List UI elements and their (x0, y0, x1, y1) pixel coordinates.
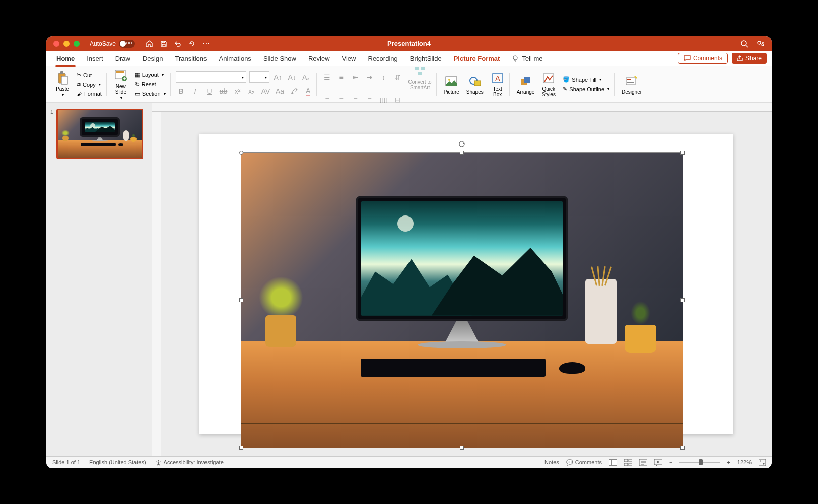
slide-thumbnails-panel: 1 (46, 103, 152, 456)
picture-icon (444, 74, 458, 88)
copy-button[interactable]: ⧉Copy▾ (75, 80, 104, 89)
zoom-level[interactable]: 122% (737, 459, 752, 465)
svg-point-0 (741, 41, 746, 46)
share-icon[interactable] (757, 40, 765, 48)
reset-icon: ↻ (135, 81, 140, 88)
tab-insert[interactable]: Insert (82, 52, 108, 65)
tellme-search[interactable]: Tell me (507, 52, 548, 65)
comments-status-button[interactable]: 💬Comments (566, 459, 602, 466)
tab-animations[interactable]: Animations (214, 52, 256, 65)
home-icon[interactable] (145, 40, 153, 47)
slide-thumbnail[interactable] (56, 109, 143, 159)
copy-icon: ⧉ (77, 81, 81, 88)
resize-handle-tl[interactable] (239, 151, 243, 155)
switch-icon[interactable]: OFF (119, 40, 135, 48)
svg-point-2 (758, 41, 761, 44)
tab-home[interactable]: Home (51, 52, 80, 65)
decrease-font-icon: A↓ (287, 71, 298, 83)
tab-design[interactable]: Design (138, 52, 168, 65)
svg-rect-13 (418, 72, 422, 75)
paragraph-group: ☰ ≡ ⇤ ⇥ ↕ ⇵ Convert to SmartArt ≡ ≡ ≡ ≡ (319, 68, 437, 100)
resize-handle-bl[interactable] (239, 446, 243, 450)
app-window: AutoSave OFF ⋯ Presentation4 Home Insert… (46, 36, 772, 468)
svg-rect-12 (421, 67, 425, 70)
thumbnail-item[interactable]: 1 (50, 109, 148, 159)
autosave-toggle[interactable]: AutoSave OFF (90, 40, 135, 48)
reset-button[interactable]: ↻Reset (133, 80, 168, 89)
designer-group: Designer (617, 68, 647, 100)
arrange-icon (519, 74, 533, 88)
more-icon[interactable]: ⋯ (202, 40, 210, 48)
change-case-icon: Aa (275, 86, 286, 97)
picture-button[interactable]: Picture (442, 73, 461, 96)
notes-button[interactable]: ≣Notes (538, 459, 559, 466)
new-slide-button[interactable]: New Slide ▾ (112, 67, 130, 101)
svg-rect-32 (624, 459, 628, 462)
tab-draw[interactable]: Draw (110, 52, 135, 65)
reading-view-icon[interactable] (639, 459, 647, 466)
font-size-select[interactable]: ▾ (249, 71, 269, 83)
zoom-out-button[interactable]: − (669, 459, 672, 465)
shapes-button[interactable]: Shapes (464, 73, 486, 96)
maximize-icon[interactable] (74, 41, 80, 47)
bucket-icon: 🪣 (563, 76, 570, 83)
italic-icon: I (190, 86, 201, 97)
resize-handle-tm[interactable] (460, 151, 464, 155)
shapes-icon (468, 74, 482, 88)
canvas-scroll[interactable] (161, 112, 772, 456)
undo-icon[interactable] (174, 40, 181, 47)
resize-handle-mr[interactable] (680, 298, 685, 302)
share-button[interactable]: Share (732, 53, 767, 64)
slide-sorter-icon[interactable] (624, 459, 632, 466)
slideshow-view-icon[interactable] (654, 459, 662, 466)
comments-button[interactable]: Comments (678, 53, 728, 64)
resize-handle-br[interactable] (680, 446, 685, 450)
language-status[interactable]: English (United States) (89, 459, 146, 465)
inserted-picture[interactable] (241, 152, 683, 448)
resize-handle-ml[interactable] (239, 298, 243, 302)
svg-text:A: A (495, 74, 500, 82)
fit-to-window-icon[interactable] (759, 459, 766, 466)
shape-outline-button[interactable]: ✎Shape Outline▾ (561, 85, 611, 93)
svg-rect-6 (60, 71, 63, 74)
format-painter-button[interactable]: 🖌Format (75, 90, 104, 98)
text-direction-icon: ⇵ (392, 71, 403, 83)
accessibility-status[interactable]: Accessibility: Investigate (155, 459, 224, 466)
slide-canvas[interactable] (199, 134, 733, 434)
zoom-in-button[interactable]: + (727, 459, 730, 465)
zoom-slider[interactable] (679, 462, 720, 463)
save-icon[interactable] (160, 40, 167, 47)
quick-styles-icon (541, 71, 556, 85)
resize-handle-bm[interactable] (460, 446, 464, 450)
resize-handle-tr[interactable] (680, 151, 685, 155)
brush-icon: 🖌 (77, 91, 82, 97)
convert-smartart-button: Convert to SmartArt (406, 63, 434, 91)
section-button[interactable]: ▭Section▾ (133, 90, 168, 98)
tab-slideshow[interactable]: Slide Show (258, 52, 301, 65)
normal-view-icon[interactable] (609, 459, 617, 466)
designer-button[interactable]: Designer (620, 73, 644, 96)
paste-button[interactable]: Paste ▾ (53, 70, 72, 98)
strike-icon: ab (218, 86, 229, 97)
tab-picture-format[interactable]: Picture Format (449, 52, 505, 65)
redo-icon[interactable] (188, 40, 195, 47)
search-icon[interactable] (740, 40, 748, 48)
textbox-button[interactable]: A Text Box (489, 70, 507, 98)
close-icon[interactable] (53, 41, 59, 47)
font-family-select[interactable]: ▾ (176, 71, 246, 83)
shape-fill-button[interactable]: 🪣Shape Fill▾ (561, 75, 611, 84)
outdent-icon: ⇤ (350, 71, 361, 83)
subscript-icon: x₂ (246, 86, 257, 97)
slide-counter[interactable]: Slide 1 of 1 (52, 459, 80, 465)
minimize-icon[interactable] (63, 41, 70, 47)
cut-button[interactable]: ✂Cut (75, 70, 104, 79)
underline-icon: U (204, 86, 215, 97)
tab-transitions[interactable]: Transitions (170, 52, 212, 65)
layout-button[interactable]: ▦Layout▾ (133, 70, 168, 79)
clipboard-group: Paste ▾ ✂Cut ⧉Copy▾ 🖌Format (50, 68, 107, 100)
new-slide-icon (114, 68, 128, 83)
rotate-handle-icon[interactable] (458, 140, 465, 148)
arrange-button[interactable]: Arrange (515, 73, 537, 96)
paste-icon (55, 71, 70, 85)
quick-styles-button[interactable]: Quick Styles (539, 70, 558, 98)
